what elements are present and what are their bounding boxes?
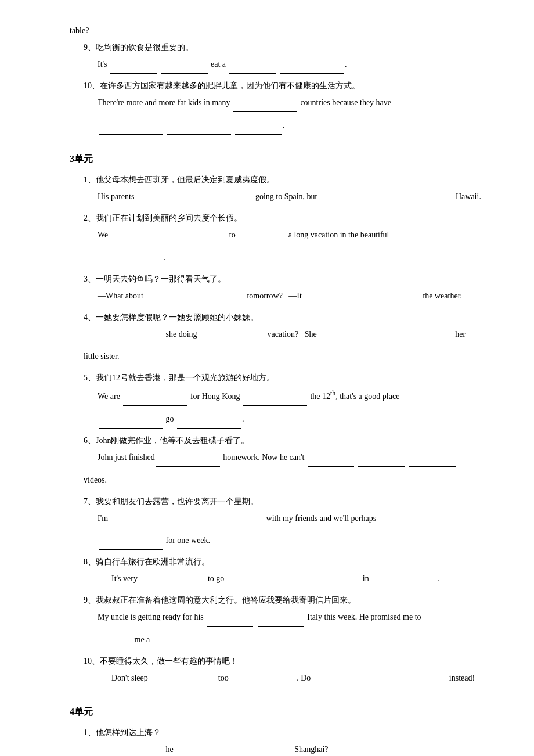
blank-u3-5-2	[243, 398, 307, 406]
unit3-q7: 7、我要和朋友们去露营，也许要离开一个星期。 I'm with my frien…	[70, 494, 488, 550]
blank-u4-1-1	[99, 751, 163, 756]
table-question: table?	[70, 23, 488, 38]
blank-u4-1-3	[228, 751, 291, 756]
q9-english: It's eat a .	[84, 56, 488, 74]
blank-10-2	[99, 127, 163, 135]
u3q2-en-line2: .	[84, 249, 488, 267]
blank-10-4	[235, 127, 282, 135]
blank-u3-8-2	[228, 580, 291, 588]
unit3-q3: 3、一明天去钓鱼吗？一那得看天气了。 —What about tomorrow?…	[70, 272, 488, 305]
unit4-section: 4单元 1、他怎样到达上海？ he Shanghai? 2、步行从我家到学校花半…	[70, 704, 488, 756]
blank-u3-7-1	[111, 519, 158, 527]
unit3-q5: 5、我们12号就去香港，那是一个观光旅游的好地方。 We are for Hon…	[70, 370, 488, 428]
question-9-block: 9、吃均衡的饮食是很重要的。 It's eat a .	[70, 40, 488, 74]
blank-u3-6-2	[308, 459, 354, 467]
u3q8-zh: 8、骑自行车旅行在欧洲非常流行。	[84, 555, 488, 569]
unit4-header: 4单元	[70, 704, 488, 721]
u3q5-zh: 5、我们12号就去香港，那是一个观光旅游的好地方。	[84, 370, 488, 385]
unit3-q6: 6、John刚做完作业，他等不及去租碟子看了。 John just finish…	[70, 433, 488, 489]
blank-u3-4-3	[320, 335, 384, 343]
unit3-q4: 4、一她要怎样度假呢？一她要照顾她的小妹妹。 she doing vacatio…	[70, 310, 488, 366]
blank-u3-5-3	[99, 420, 163, 429]
blank-9-3	[229, 66, 276, 74]
blank-u3-6-1	[156, 459, 220, 467]
u3q9-en-line1: My uncle is getting ready for his Italy …	[84, 609, 488, 627]
u3q7-en-line1: I'm with my friends and we'll perhaps	[84, 510, 488, 528]
u3q4-zh: 4、一她要怎样度假呢？一她要照顾她的小妹妹。	[84, 310, 488, 325]
unit4-q1: 1、他怎样到达上海？ he Shanghai?	[70, 725, 488, 756]
blank-9-4	[280, 66, 344, 74]
question-10-block: 10、在许多西方国家有越来越多的肥胖儿童，因为他们有不健康的生活方式。 Ther…	[70, 78, 488, 135]
blank-9-2	[161, 66, 208, 74]
blank-u3-10-2	[232, 679, 295, 687]
blank-10-3	[167, 127, 231, 135]
blank-u3-6-4	[409, 459, 456, 467]
blank-u3-1-3	[320, 198, 384, 206]
blank-u3-5-4	[177, 420, 241, 429]
blank-u3-10-4	[382, 679, 446, 687]
u4q1-en: he Shanghai?	[84, 741, 488, 756]
blank-u3-3-2	[197, 297, 244, 305]
u3q6-en-line1: John just finished homework. Now he can'…	[84, 449, 488, 467]
blank-u3-2-4	[99, 259, 163, 267]
unit3-q9: 9、我叔叔正在准备着他这周的意大利之行。他答应我要给我寄明信片回来。 My un…	[70, 593, 488, 649]
blank-u3-8-4	[372, 580, 436, 588]
blank-u3-7-4	[380, 519, 443, 527]
q10-english-line1: There're more and more fat kids in many …	[84, 94, 488, 112]
u3q5-en-line2: go .	[84, 411, 488, 429]
blank-u3-2-3	[239, 236, 285, 244]
u3q8-en: It's very to go in .	[84, 570, 488, 588]
u3q6-en-line2: videos.	[84, 471, 488, 489]
u3q4-en-line1: she doing vacation? She her	[84, 326, 488, 344]
blank-u3-9-2	[258, 618, 304, 627]
u3q6-zh: 6、John刚做完作业，他等不及去租碟子看了。	[84, 433, 488, 448]
blank-u3-4-2	[200, 335, 264, 343]
blank-u3-1-1	[138, 198, 184, 206]
unit3-q1: 1、他父母本想去西班牙，但最后决定到夏威夷度假。 His parents goi…	[70, 172, 488, 206]
unit3-q2: 2、我们正在计划到美丽的乡间去度个长假。 We to a long vacati…	[70, 211, 488, 267]
blank-u3-4-4	[388, 335, 452, 343]
q10-chinese: 10、在许多西方国家有越来越多的肥胖儿童，因为他们有不健康的生活方式。	[84, 78, 488, 93]
blank-u4-1-2	[176, 751, 223, 756]
blank-u3-8-1	[140, 580, 204, 588]
blank-u3-7-2	[162, 519, 197, 527]
unit3-section: 3单元 1、他父母本想去西班牙，但最后决定到夏威夷度假。 His parents…	[70, 151, 488, 687]
u3q10-zh: 10、不要睡得太久，做一些有趣的事情吧！	[84, 654, 488, 668]
q10-english-line2: .	[84, 117, 488, 135]
blank-u3-6-3	[358, 459, 405, 467]
u3q4-en-line2: little sister.	[84, 348, 488, 366]
blank-u3-10-1	[151, 679, 215, 687]
u3q7-zh: 7、我要和朋友们去露营，也许要离开一个星期。	[84, 494, 488, 509]
blank-u3-9-3	[85, 641, 131, 649]
u3q2-zh: 2、我们正在计划到美丽的乡间去度个长假。	[84, 211, 488, 225]
blank-u3-8-3	[295, 580, 359, 588]
blank-u3-9-4	[153, 641, 217, 649]
u3q10-en: Don't sleep too . Do instead!	[84, 669, 488, 687]
q9-chinese: 9、吃均衡的饮食是很重要的。	[84, 40, 488, 55]
blank-u3-2-2	[162, 236, 226, 244]
u3q7-en-line2: for one week.	[84, 532, 488, 550]
blank-u3-4-1	[99, 335, 163, 343]
document-container: table? 9、吃均衡的饮食是很重要的。 It's eat a . 10、在许…	[70, 23, 488, 756]
blank-u3-9-1	[207, 618, 253, 627]
blank-u3-5-1	[123, 398, 187, 406]
u3q3-en: —What about tomorrow? —It the weather.	[84, 287, 488, 305]
u3q2-en-line1: We to a long vacation in the beautiful	[84, 226, 488, 244]
blank-u3-1-2	[188, 198, 252, 206]
blank-u3-3-3	[305, 297, 351, 305]
blank-u3-1-4	[388, 198, 452, 206]
u3q9-zh: 9、我叔叔正在准备着他这周的意大利之行。他答应我要给我寄明信片回来。	[84, 593, 488, 607]
u4q1-zh: 1、他怎样到达上海？	[84, 725, 488, 740]
blank-u3-3-1	[146, 297, 193, 305]
unit3-q10: 10、不要睡得太久，做一些有趣的事情吧！ Don't sleep too . D…	[70, 654, 488, 687]
blank-10-1	[233, 104, 297, 112]
u3q1-zh: 1、他父母本想去西班牙，但最后决定到夏威夷度假。	[84, 172, 488, 187]
blank-u3-3-4	[356, 297, 420, 305]
blank-u3-10-3	[314, 679, 378, 687]
u3q3-zh: 3、一明天去钓鱼吗？一那得看天气了。	[84, 272, 488, 286]
unit3-q8: 8、骑自行车旅行在欧洲非常流行。 It's very to go in .	[70, 555, 488, 588]
blank-u3-7-3	[201, 519, 265, 527]
u3q5-en-line1: We are for Hong Kong the 12th, that's a …	[84, 386, 488, 405]
blank-9-1	[110, 66, 157, 74]
u3q9-en-line2: me a	[84, 631, 488, 649]
